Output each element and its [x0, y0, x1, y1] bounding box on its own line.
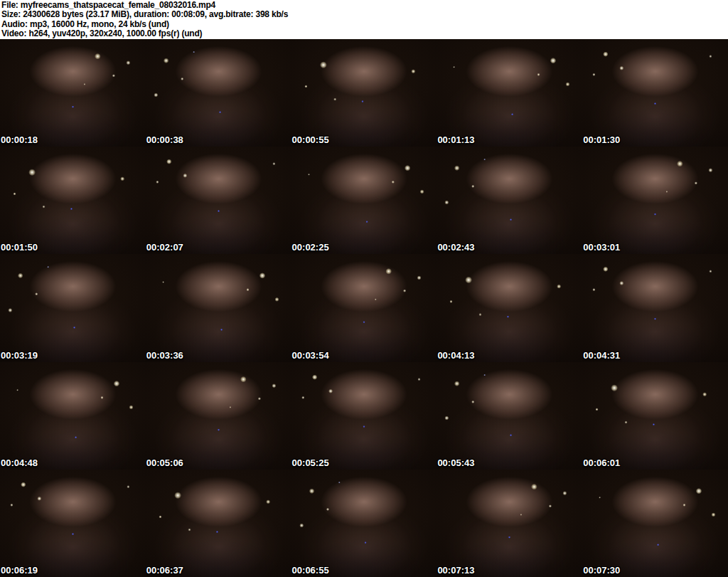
thumbnail-cell[interactable]: 00:05:43 — [437, 362, 582, 470]
timestamp-overlay: 00:03:19 — [1, 350, 38, 361]
timestamp-overlay: 00:06:37 — [146, 565, 183, 576]
thumbnail-cell[interactable]: 00:00:55 — [291, 39, 437, 147]
timestamp-overlay: 00:00:18 — [1, 134, 38, 145]
timestamp-overlay: 00:07:13 — [437, 565, 474, 576]
thumbnail-cell[interactable]: 00:06:37 — [146, 470, 291, 577]
thumbnail-cell[interactable]: 00:06:55 — [291, 470, 437, 577]
timestamp-overlay: 00:06:01 — [583, 457, 620, 468]
timestamp-overlay: 00:05:43 — [437, 457, 474, 468]
media-info-header: File: myfreecams_thatspacecat_female_080… — [0, 0, 728, 39]
thumbnail-cell[interactable]: 00:01:30 — [582, 39, 728, 147]
thumbnail-cell[interactable]: 00:01:50 — [0, 147, 146, 254]
thumbnail-cell[interactable]: 00:07:13 — [437, 470, 582, 577]
thumbnail-cell[interactable]: 00:03:54 — [291, 254, 437, 361]
thumbnail-cell[interactable]: 00:02:25 — [291, 147, 437, 254]
thumbnail-cell[interactable]: 00:02:07 — [146, 147, 291, 254]
size-info-line: Size: 24300628 bytes (23.17 MiB), durati… — [1, 10, 728, 19]
timestamp-overlay: 00:07:30 — [583, 565, 620, 576]
timestamp-overlay: 00:02:25 — [292, 242, 329, 253]
thumbnail-cell[interactable]: 00:07:30 — [582, 470, 728, 577]
timestamp-overlay: 00:02:43 — [437, 242, 474, 253]
thumbnail-cell[interactable]: 00:01:13 — [437, 39, 582, 147]
timestamp-overlay: 00:04:31 — [583, 350, 620, 361]
video-info-line: Video: h264, yuv420p, 320x240, 1000.00 f… — [1, 29, 728, 38]
timestamp-overlay: 00:03:01 — [583, 242, 620, 253]
thumbnail-cell[interactable]: 00:05:06 — [146, 362, 291, 470]
timestamp-overlay: 00:05:06 — [146, 457, 183, 468]
timestamp-overlay: 00:06:19 — [1, 565, 38, 576]
timestamp-overlay: 00:00:38 — [146, 134, 183, 145]
thumbnail-cell[interactable]: 00:02:43 — [437, 147, 582, 254]
thumbnail-cell[interactable]: 00:06:19 — [0, 470, 146, 577]
timestamp-overlay: 00:05:25 — [292, 457, 329, 468]
thumbnail-cell[interactable]: 00:05:25 — [291, 362, 437, 470]
thumbnail-cell[interactable]: 00:03:01 — [582, 147, 728, 254]
timestamp-overlay: 00:03:54 — [292, 350, 329, 361]
thumbnail-grid: 00:00:18 00:00:38 00:00:55 00:01:13 00:0… — [0, 39, 728, 577]
timestamp-overlay: 00:04:48 — [1, 457, 38, 468]
thumbnail-cell[interactable]: 00:00:38 — [146, 39, 291, 147]
thumbnail-cell[interactable]: 00:00:18 — [0, 39, 146, 147]
timestamp-overlay: 00:01:13 — [437, 134, 474, 145]
timestamp-overlay: 00:02:07 — [146, 242, 183, 253]
file-info-line: File: myfreecams_thatspacecat_female_080… — [1, 1, 728, 10]
timestamp-overlay: 00:06:55 — [292, 565, 329, 576]
thumbnail-cell[interactable]: 00:04:13 — [437, 254, 582, 361]
timestamp-overlay: 00:04:13 — [437, 350, 474, 361]
thumbnail-cell[interactable]: 00:04:48 — [0, 362, 146, 470]
thumbnail-cell[interactable]: 00:03:36 — [146, 254, 291, 361]
audio-info-line: Audio: mp3, 16000 Hz, mono, 24 kb/s (und… — [1, 20, 728, 29]
thumbnail-cell[interactable]: 00:04:31 — [582, 254, 728, 361]
timestamp-overlay: 00:03:36 — [146, 350, 183, 361]
thumbnail-cell[interactable]: 00:06:01 — [582, 362, 728, 470]
timestamp-overlay: 00:01:30 — [583, 134, 620, 145]
timestamp-overlay: 00:00:55 — [292, 134, 329, 145]
thumbnail-cell[interactable]: 00:03:19 — [0, 254, 146, 361]
timestamp-overlay: 00:01:50 — [1, 242, 38, 253]
